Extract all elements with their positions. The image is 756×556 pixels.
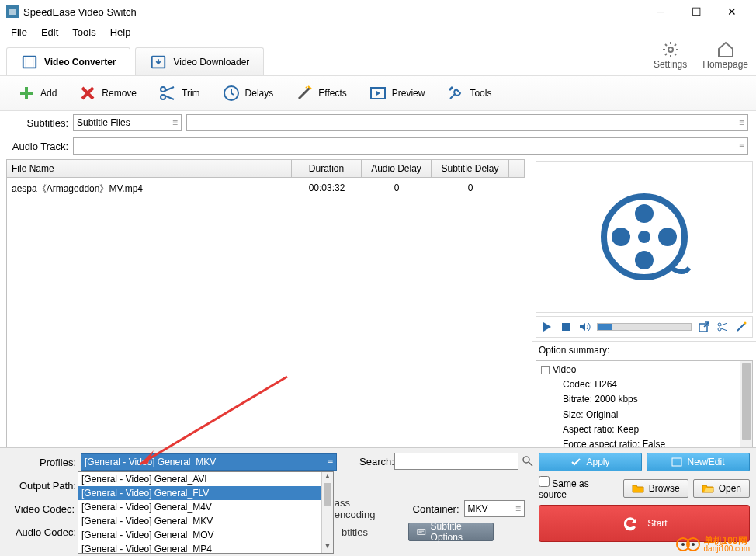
popout-icon[interactable] [698,321,710,333]
right-pane: Option summary: −Video Codec: H264 Bitra… [532,158,756,460]
menu-file[interactable]: File [5,25,33,40]
tab-row: Video Converter Video Downloader [0,40,756,76]
pass-encoding-fragment: ass encoding [335,497,393,520]
col-subtitle-delay[interactable]: Subtitle Delay [432,160,509,177]
bottom-panel: Profiles: [General - Video] General_MKV … [0,447,756,556]
collapse-icon[interactable]: − [541,366,550,374]
film-icon [21,54,38,71]
svg-rect-16 [562,323,570,331]
settings-button[interactable]: Settings [654,40,687,70]
delays-button[interactable]: Delays [213,81,283,106]
cut-icon[interactable] [716,321,729,333]
col-filename[interactable]: File Name [7,160,292,177]
effects-button[interactable]: Effects [286,81,355,106]
search-label: Search: [359,456,394,467]
tree-scrollbar[interactable] [740,361,752,458]
tools-icon [446,84,465,103]
audio-track-combo[interactable]: ≡ [73,137,748,155]
svg-rect-2 [23,56,36,68]
profiles-dropdown[interactable]: [General - Video] General_AVI[General - … [78,471,334,554]
menu-edit[interactable]: Edit [35,25,64,40]
folder-open-icon [702,484,714,493]
svg-point-19 [718,328,721,331]
add-button[interactable]: Add [8,81,66,106]
dropdown-item[interactable]: [General - Video] General_AVI [78,472,333,486]
dropdown-item[interactable]: [General - Video] General_MOV [78,528,333,542]
video-codec-label: Video Codec: [8,503,75,515]
trim-button[interactable]: Trim [149,81,210,106]
profiles-label: Profiles: [8,457,76,468]
audio-track-row: Audio Track: ≡ [0,134,756,158]
remove-button[interactable]: Remove [69,81,146,106]
scissors-icon [158,84,177,103]
subtitles-combo[interactable]: Subtitle Files ≡ [73,114,182,131]
col-audio-delay[interactable]: Audio Delay [362,160,432,177]
preview-area [536,161,753,313]
svg-point-31 [681,543,685,546]
option-summary-title: Option summary: [532,341,756,359]
svg-line-25 [529,462,532,466]
dropdown-scrollbar[interactable]: ▲ ▼ [321,472,333,553]
download-icon [150,54,167,71]
dropdown-item[interactable]: [General - Video] General_FLV [78,486,333,500]
file-table: File Name Duration Audio Delay Subtitle … [6,159,525,459]
top-right-buttons: Settings Homepage [654,40,748,70]
tools-button[interactable]: Tools [437,81,501,106]
open-button[interactable]: Open [693,479,750,498]
minimize-button[interactable]: ─ [643,0,678,23]
tab-video-downloader[interactable]: Video Downloader [135,47,264,75]
scroll-down-icon[interactable]: ▼ [322,542,333,553]
left-pane: File Name Duration Audio Delay Subtitle … [0,158,532,460]
dropdown-item[interactable]: [General - Video] General_MP4 [78,542,333,554]
menubar: File Edit Tools Help [0,23,756,40]
tab-video-converter[interactable]: Video Converter [6,47,130,75]
wand-small-icon[interactable] [735,321,747,333]
search-icon[interactable] [522,455,534,467]
profiles-combo[interactable]: [General - Video] General_MKV ≡ [81,453,337,471]
subtitle-icon [417,526,426,537]
subtitle-options-button[interactable]: Subtitle Options [408,523,494,541]
browse-button[interactable]: Browse [623,479,688,498]
new-edit-button[interactable]: New/Edit [647,453,750,471]
play-icon[interactable] [541,321,553,333]
main-area: File Name Duration Audio Delay Subtitle … [0,158,756,460]
scroll-up-icon[interactable]: ▲ [322,472,333,483]
preview-button[interactable]: Preview [359,81,435,106]
hamburger-icon: ≡ [739,117,744,128]
menu-tools[interactable]: Tools [66,25,102,40]
volume-icon[interactable] [578,321,591,333]
apply-button[interactable]: Apply [539,453,642,471]
homepage-button[interactable]: Homepage [702,40,748,70]
hamburger-icon: ≡ [739,141,744,151]
col-extra [509,160,525,177]
maximize-button[interactable]: ☐ [678,0,714,23]
svg-rect-21 [418,530,425,535]
table-header: File Name Duration Audio Delay Subtitle … [7,160,525,178]
svg-point-24 [523,457,529,463]
container-combo[interactable]: MKV ≡ [464,500,525,517]
reel-icon [598,190,691,283]
close-button[interactable]: ✕ [714,0,750,23]
option-tree[interactable]: −Video Codec: H264 Bitrate: 2000 kbps Si… [536,360,753,459]
tree-video-node[interactable]: −Video [538,363,751,377]
col-duration[interactable]: Duration [292,160,362,177]
dropdown-item[interactable]: [General - Video] General_MKV [78,514,333,528]
film-small-icon [671,457,682,467]
dropdown-item[interactable]: [General - Video] General_M4V [78,500,333,514]
menu-help[interactable]: Help [104,25,137,40]
svg-point-20 [744,322,747,325]
stop-icon[interactable] [560,321,572,333]
window-title: SpeedEase Video Switch [23,6,643,18]
progress-bar[interactable] [597,323,692,331]
tree-leaf: Aspect ratio: Keep [538,422,751,437]
cell-subtitle-delay: 0 [432,178,509,200]
search-input[interactable] [394,453,518,470]
table-row[interactable]: aespa《Armageddon》MV.mp4 00:03:32 0 0 [7,178,525,200]
cell-duration: 00:03:32 [292,178,362,200]
clock-icon [222,84,241,103]
subtitles-file-combo[interactable]: ≡ [186,114,748,131]
audio-track-label: Audio Track: [8,141,68,152]
audio-codec-label: Audio Codec: [8,526,76,538]
same-as-source-checkbox[interactable]: Same as source [539,476,619,500]
gear-icon [661,40,680,59]
